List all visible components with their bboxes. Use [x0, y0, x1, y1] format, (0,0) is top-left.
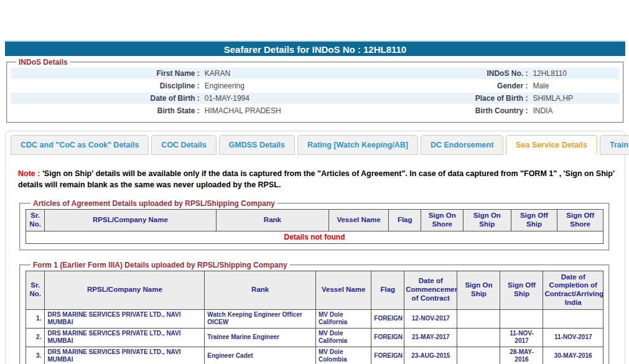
tab-cdc-coc-as-cook-details[interactable]: CDC and "CoC as Cook" Details: [11, 135, 149, 155]
sign-off-ship-cell: 28-MAY-2016: [500, 347, 543, 364]
col-rank: Rank: [216, 210, 329, 231]
rank-cell: Trainee Marine Engineer: [205, 328, 316, 347]
col-sr-no: Sr. No.: [26, 210, 45, 231]
vessel-cell: MV Dole Colombia: [316, 347, 371, 364]
birth-state-label: Birth State :: [11, 105, 200, 116]
col-sign-on-ship: Sign On Ship: [457, 271, 500, 309]
company-cell: DRS MARINE SERVICES PRIVATE LTD., NAVI M…: [45, 347, 205, 364]
col-vessel-name: Vessel Name: [329, 210, 389, 231]
birth-country-value: INDIA: [528, 105, 552, 116]
col-date-of-commencement: Date of Commencement of Contract: [404, 271, 457, 309]
birth-state-value: HIMACHAL PRADESH: [200, 105, 281, 116]
place-of-birth-label: Place of Birth :: [315, 93, 528, 104]
indos-no-value: 12HL8110: [528, 68, 567, 79]
tab-sea-service-details[interactable]: Sea Service Details: [506, 135, 597, 155]
indos-row: Date of Birth :01-MAY-1994 Place of Birt…: [11, 93, 619, 105]
articles-of-agreement-table: Sr. No. RPSL/Company Name Rank Vessel Na…: [26, 209, 603, 244]
company-cell: DRS MARINE SERVICES PRIVATE LTD., NAVI M…: [45, 309, 205, 328]
col-sign-off-shore: Sign Off Shore: [557, 210, 603, 231]
table-header-row: Sr. No. RPSL/Company Name Rank Vessel Na…: [26, 210, 603, 231]
indos-details-legend: INDoS Details: [16, 58, 70, 67]
sign-on-ship-cell: [457, 328, 500, 347]
gender-label: Gender :: [315, 80, 528, 91]
company-cell: DRS MARINE SERVICES PRIVATE LTD., NAVI M…: [45, 328, 205, 347]
rank-cell: Watch Keeping Engineer Officer OICEW: [205, 309, 316, 328]
col-rpsl-company-name: RPSL/Company Name: [45, 210, 216, 231]
col-sr-no: Sr. No.: [26, 271, 45, 309]
gender-value: Male: [528, 80, 549, 91]
tab-dc-endorsement[interactable]: DC Endorsement: [421, 135, 503, 155]
tab-coc-details[interactable]: COC Details: [151, 135, 216, 155]
col-sign-off-ship: Sign Off Ship: [500, 271, 543, 309]
indos-row: First Name :KARAN INDoS No. :12HL8110: [11, 68, 619, 80]
commencement-date-cell: 21-MAY-2017: [404, 328, 457, 347]
col-sign-on-ship: Sign On Ship: [464, 210, 511, 231]
completion-date-cell: 30-MAY-2016: [543, 347, 603, 364]
first-name-value: KARAN: [200, 68, 230, 79]
flag-cell: FOREIGN: [371, 309, 404, 328]
flag-cell: FOREIGN: [371, 347, 404, 364]
dob-label: Date of Birth :: [11, 93, 200, 104]
note-prefix: Note :: [18, 169, 42, 178]
indos-row: Birth State :HIMACHAL PRADESH Birth Coun…: [11, 105, 619, 118]
col-flag: Flag: [371, 271, 404, 309]
tab-training-details[interactable]: Training Details: [600, 135, 629, 155]
col-rank: Rank: [205, 271, 316, 309]
table-row: 1. DRS MARINE SERVICES PRIVATE LTD., NAV…: [26, 309, 603, 328]
dob-value: 01-MAY-1994: [200, 93, 249, 104]
sign-on-ship-note: Note : 'Sign on Ship' details will be av…: [18, 169, 616, 190]
indos-row: Discipline :Engineering Gender :Male: [11, 80, 619, 93]
articles-of-agreement-legend: Articles of Agreement Details uploaded b…: [30, 199, 277, 208]
completion-date-cell: 11-NOV-2017: [543, 328, 603, 347]
sign-off-ship-cell: 11-NOV-2017: [500, 328, 543, 347]
flag-cell: FOREIGN: [371, 328, 404, 347]
sr-no-cell: 3.: [26, 347, 45, 364]
details-not-found-message: Details not found: [26, 231, 603, 243]
first-name-label: First Name :: [11, 68, 200, 79]
tab-gmdss-details[interactable]: GMDSS Details: [219, 135, 295, 155]
form1-legend: Form 1 (Earlier Form IIIA) Details uploa…: [30, 261, 290, 269]
table-row: 3. DRS MARINE SERVICES PRIVATE LTD., NAV…: [26, 347, 603, 364]
place-of-birth-value: SHIMLA,HP: [528, 93, 573, 104]
rank-cell: Engineer Cadet: [205, 347, 316, 364]
seafarer-details-page: Seafarer Details for INDoS No : 12HL8110…: [0, 0, 629, 364]
sr-no-cell: 2.: [26, 328, 45, 347]
birth-country-label: Birth Country :: [315, 105, 528, 116]
discipline-label: Discipline :: [11, 80, 200, 91]
note-text: 'Sign on Ship' details will be available…: [18, 169, 615, 189]
col-rpsl-company-name: RPSL/Company Name: [45, 271, 205, 309]
col-sign-off-ship: Sign Off Ship: [511, 210, 557, 231]
sign-on-ship-cell: [457, 309, 500, 328]
form1-table: Sr. No. RPSL/Company Name Rank Vessel Na…: [26, 271, 603, 364]
table-header-row: Sr. No. RPSL/Company Name Rank Vessel Na…: [26, 271, 603, 309]
vessel-cell: MV Dole California: [316, 309, 371, 328]
commencement-date-cell: 12-NOV-2017: [404, 309, 457, 328]
col-vessel-name: Vessel Name: [316, 271, 371, 309]
col-sign-on-shore: Sign On Shore: [421, 210, 464, 231]
tab-bar: CDC and "CoC as Cook" Details COC Detail…: [6, 131, 625, 155]
completion-date-cell: [543, 309, 603, 328]
articles-of-agreement-fieldset: Articles of Agreement Details uploaded b…: [19, 199, 610, 251]
table-row: 2. DRS MARINE SERVICES PRIVATE LTD., NAV…: [26, 328, 603, 347]
form1-fieldset: Form 1 (Earlier Form IIIA) Details uploa…: [19, 261, 610, 364]
col-date-of-completion: Date of Completion of Contract/Arriving …: [543, 271, 603, 309]
sr-no-cell: 1.: [26, 309, 45, 328]
empty-row: Details not found: [26, 231, 603, 243]
page-title: Seafarer Details for INDoS No : 12HL8110: [5, 40, 625, 56]
col-flag: Flag: [388, 210, 421, 231]
vessel-cell: MV Dole California: [316, 328, 371, 347]
indos-no-label: INDoS No. :: [315, 68, 528, 79]
indos-details-fieldset: INDoS Details First Name :KARAN INDoS No…: [6, 58, 624, 123]
discipline-value: Engineering: [200, 80, 245, 91]
tab-content-panel: CDC and "CoC as Cook" Details COC Detail…: [5, 131, 625, 364]
commencement-date-cell: 23-AUG-2015: [404, 347, 457, 364]
sign-off-ship-cell: [500, 309, 543, 328]
sign-on-ship-cell: [457, 347, 500, 364]
tab-rating-watch-keeping-ab[interactable]: Rating [Watch Keeping/AB]: [297, 135, 418, 155]
